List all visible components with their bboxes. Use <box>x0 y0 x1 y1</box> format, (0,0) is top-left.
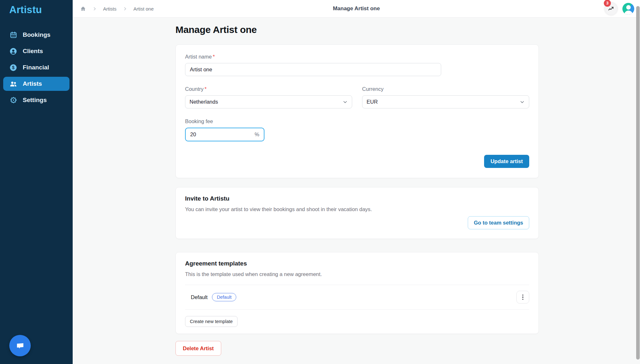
breadcrumb: Artists Artist one <box>80 6 154 12</box>
kebab-icon <box>522 295 523 296</box>
calendar-icon <box>9 31 17 39</box>
scrollbar-thumb[interactable] <box>636 6 640 360</box>
invite-footer: Go to team settings <box>185 216 529 229</box>
chevron-right-icon <box>92 6 97 11</box>
templates-title: Agreement templates <box>185 260 529 267</box>
sidebar-item-financial[interactable]: $ Financial <box>3 60 69 75</box>
booking-fee-field: Booking fee 20 % <box>185 118 529 141</box>
divider <box>185 309 529 310</box>
artist-form-card: Artist name* Country* Netherlands <box>175 44 539 178</box>
breadcrumb-artist-one[interactable]: Artist one <box>134 6 154 12</box>
chevron-down-icon <box>520 99 525 105</box>
user-avatar[interactable] <box>622 3 634 15</box>
country-select-value: Netherlands <box>190 99 218 105</box>
app-logo[interactable]: Artistu <box>0 0 73 16</box>
sidebar-item-label: Financial <box>23 64 49 71</box>
booking-fee-value: 20 <box>190 131 196 138</box>
gear-icon <box>9 96 17 104</box>
sidebar-nav: Bookings Clients $ Financial <box>0 28 73 107</box>
create-new-template-button[interactable]: Create new template <box>185 316 238 327</box>
currency-field: Currency EUR <box>362 86 529 108</box>
main-content: Manage Artist one Artist name* Country* … <box>73 18 640 364</box>
artist-name-input[interactable] <box>185 63 441 76</box>
sidebar-item-clients[interactable]: Clients <box>3 44 69 58</box>
sidebar-item-label: Artists <box>23 80 42 87</box>
country-currency-row: Country* Netherlands Currency EUR <box>185 86 529 108</box>
template-menu-button[interactable] <box>516 291 529 304</box>
update-artist-button[interactable]: Update artist <box>484 155 529 168</box>
invite-title: Invite to Artistu <box>185 195 529 202</box>
delete-artist-button[interactable]: Delete Artist <box>175 341 221 356</box>
sidebar-item-label: Clients <box>23 48 43 55</box>
breadcrumb-artists[interactable]: Artists <box>103 6 117 12</box>
template-row: Default Default <box>185 285 529 309</box>
notification-badge: 3 <box>604 0 611 7</box>
percent-suffix: % <box>255 131 259 138</box>
default-badge: Default <box>212 293 236 301</box>
go-to-team-settings-button[interactable]: Go to team settings <box>468 216 529 229</box>
chat-widget-button[interactable] <box>9 335 31 356</box>
country-field: Country* Netherlands <box>185 86 352 108</box>
invite-description: You can invite your artist to view their… <box>185 206 529 212</box>
invite-card: Invite to Artistu You can invite your ar… <box>175 187 539 239</box>
booking-fee-label: Booking fee <box>185 118 529 124</box>
form-footer: Update artist <box>185 155 529 168</box>
currency-label: Currency <box>362 86 529 92</box>
country-select[interactable]: Netherlands <box>185 95 352 108</box>
sidebar-item-label: Bookings <box>23 31 51 38</box>
required-asterisk: * <box>205 86 207 92</box>
home-icon[interactable] <box>80 6 86 12</box>
page-title: Manage Artist one <box>175 24 640 36</box>
booking-fee-input[interactable]: 20 % <box>185 128 264 141</box>
agreement-templates-card: Agreement templates This is the template… <box>175 252 539 334</box>
chevron-right-icon <box>123 6 127 11</box>
sidebar-item-label: Settings <box>23 97 47 104</box>
currency-select-value: EUR <box>367 99 378 105</box>
chat-bubble-icon <box>15 341 25 351</box>
app-root: Artistu Bookings <box>0 0 640 364</box>
templates-description: This is the template used when creating … <box>185 271 529 277</box>
artist-name-label: Artist name* <box>185 54 529 60</box>
currency-select[interactable]: EUR <box>362 95 529 108</box>
sidebar: Artistu Bookings <box>0 0 73 364</box>
required-asterisk: * <box>213 54 215 59</box>
template-name: Default <box>191 294 207 300</box>
chevron-down-icon <box>343 99 348 105</box>
activity-button[interactable]: 3 <box>604 2 618 15</box>
country-label: Country* <box>185 86 352 92</box>
user-circle-icon <box>9 47 17 55</box>
dollar-circle-icon: $ <box>9 64 17 72</box>
topbar-actions: 3 <box>604 2 634 15</box>
sidebar-item-artists[interactable]: Artists <box>3 77 69 91</box>
sidebar-item-bookings[interactable]: Bookings <box>3 28 69 42</box>
svg-text:$: $ <box>12 65 15 70</box>
users-group-icon <box>9 80 17 88</box>
topbar: Artists Artist one Manage Artist one 3 <box>73 0 640 18</box>
sidebar-item-settings[interactable]: Settings <box>3 93 69 107</box>
topbar-title: Manage Artist one <box>333 5 380 12</box>
